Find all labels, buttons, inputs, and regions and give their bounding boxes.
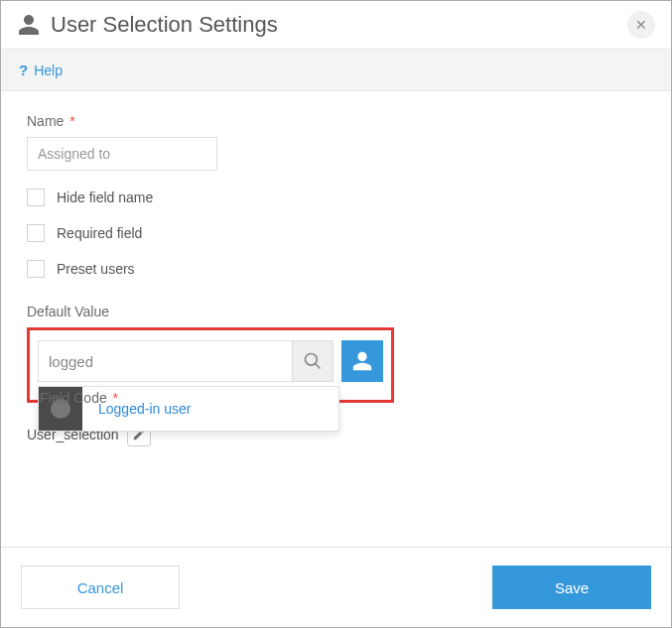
user-icon: [351, 350, 373, 372]
checkbox-preset-users[interactable]: [27, 260, 45, 278]
default-value-label: Default Value: [27, 304, 645, 319]
close-button[interactable]: ✕: [627, 11, 655, 39]
option-hide-field-name[interactable]: Hide field name: [27, 188, 645, 206]
default-value-search-row: logged: [38, 340, 383, 382]
dialog-header: User Selection Settings ✕: [1, 1, 671, 50]
user-picker-button[interactable]: [341, 340, 383, 382]
search-icon: [303, 351, 323, 371]
checkbox-label: Preset users: [57, 261, 135, 277]
required-marker: *: [109, 390, 118, 406]
option-preset-users[interactable]: Preset users: [27, 260, 645, 278]
option-required-field[interactable]: Required field: [27, 224, 645, 242]
search-button[interactable]: [292, 340, 334, 382]
help-icon: ?: [19, 62, 28, 78]
dialog-body: Name * Hide field name Required field Pr…: [1, 91, 671, 547]
close-icon: ✕: [635, 17, 647, 33]
dialog-footer: Cancel Save: [1, 547, 671, 627]
name-label: Name *: [27, 113, 645, 129]
user-icon: [17, 13, 41, 37]
help-link[interactable]: Help: [34, 63, 63, 78]
cancel-button[interactable]: Cancel: [21, 565, 180, 609]
checkbox-required-field[interactable]: [27, 224, 45, 242]
default-value-highlight: logged Logged-in user Field Code *: [27, 327, 394, 403]
required-marker: *: [66, 113, 74, 129]
checkbox-label: Hide field name: [57, 189, 153, 205]
default-value-search-input[interactable]: logged: [38, 340, 292, 382]
save-button[interactable]: Save: [492, 565, 651, 609]
checkbox-hide-field-name[interactable]: [27, 188, 45, 206]
help-bar: ? Help: [1, 50, 671, 91]
svg-point-0: [306, 354, 318, 366]
search-input-text: logged: [49, 353, 93, 370]
dialog-title: User Selection Settings: [51, 12, 627, 38]
name-input[interactable]: [27, 137, 217, 171]
svg-line-1: [316, 364, 321, 369]
field-code-label-overlapped: Field Code *: [40, 390, 118, 406]
checkbox-label: Required field: [57, 225, 142, 241]
